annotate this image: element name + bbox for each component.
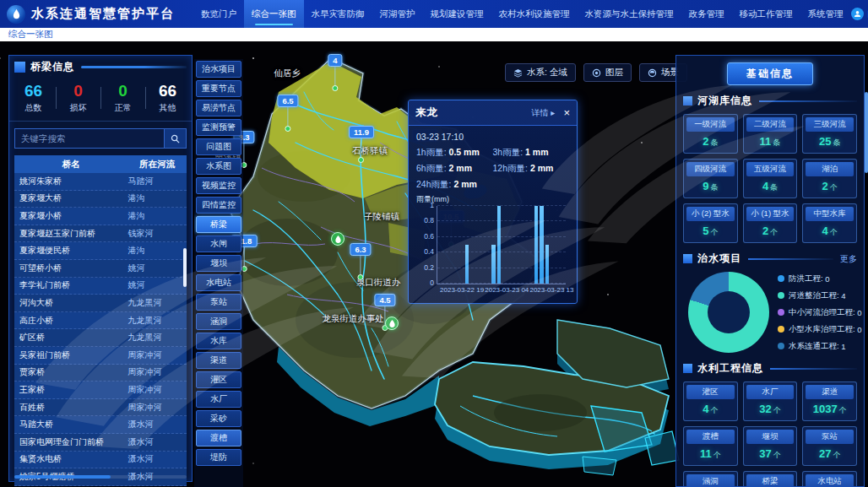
section-header-line: [748, 258, 833, 260]
layers-button[interactable]: 图层: [583, 63, 632, 82]
nav-item[interactable]: 河湖管护: [372, 0, 423, 28]
nav-item[interactable]: 水资源与水土保持管理: [578, 0, 681, 28]
table-row[interactable]: 马踏大桥 滠水河: [14, 416, 187, 434]
nav-item[interactable]: 规划建设管理: [423, 0, 491, 28]
nav-item-label: 水旱灾害防御: [312, 8, 365, 20]
bridge-stat: 0 损坏: [56, 82, 100, 114]
projects-legend: 防洪工程: 0 河道整治工程: 4 中小河流治理工程: 0: [778, 273, 862, 352]
stat-card-value: 1037: [813, 403, 838, 415]
layer-button[interactable]: 水系图: [196, 158, 241, 175]
layer-button[interactable]: 四情监控: [196, 197, 241, 214]
table-row[interactable]: 夏家堰便民桥 港沟: [14, 242, 187, 260]
horizontal-scroll-thumb[interactable]: [14, 475, 111, 479]
user-menu[interactable]: hlxt42080201 ▾: [851, 8, 868, 20]
layer-button[interactable]: 堤防: [196, 449, 241, 466]
table-row[interactable]: 夏家堰小桥 港沟: [14, 208, 187, 225]
breadcrumb-bar: 综合一张图: [0, 28, 868, 41]
table-row[interactable]: 夏家堰赵玉家门前桥 钱家河: [14, 225, 187, 243]
map-marker[interactable]: 6.5: [277, 92, 298, 132]
water-level-badge[interactable]: 6.5: [277, 95, 298, 107]
water-scope-button[interactable]: 水系: 全域: [505, 63, 576, 82]
nav-item-label: 综合一张图: [252, 8, 296, 20]
map-marker[interactable]: 6.3: [350, 241, 371, 280]
water-level-badge[interactable]: 4: [328, 54, 342, 67]
river-name-cell: 滠水河: [123, 419, 187, 430]
table-row[interactable]: 百姓桥 周家冲河: [14, 399, 187, 417]
layer-button[interactable]: 重要节点: [196, 80, 241, 97]
nav-item[interactable]: 综合一张图: [244, 0, 304, 28]
table-row[interactable]: 王家桥 周家冲河: [14, 381, 187, 399]
bridge-name-cell: 矿区桥: [14, 332, 123, 344]
table-row[interactable]: 可望桥小桥 姚河: [14, 260, 187, 278]
layer-button[interactable]: 视频监控: [196, 177, 241, 194]
table-row[interactable]: 姚河朱家桥 马踏河: [14, 173, 187, 191]
layer-button[interactable]: 灌区: [196, 371, 241, 388]
basic-info-button[interactable]: 基础信息: [727, 62, 813, 85]
layer-button[interactable]: 桥梁: [196, 216, 241, 233]
layer-button[interactable]: 泵站: [196, 294, 241, 311]
more-link[interactable]: 更多: [840, 253, 857, 265]
engineering-cards: 灌区 4个 水厂 32个 渠道 1037个 渡槽: [683, 381, 857, 487]
nav-item[interactable]: 数览门户: [193, 0, 244, 28]
close-icon[interactable]: ×: [563, 107, 570, 118]
table-row[interactable]: 集贤水电桥 滠水河: [14, 452, 187, 469]
layer-button[interactable]: 问题图: [196, 138, 241, 155]
search-input[interactable]: [15, 129, 164, 148]
stat-card-label: 泵站: [806, 430, 854, 444]
nav-item-label: 河湖管护: [380, 8, 415, 20]
nav-item[interactable]: 农村水利设施管理: [491, 0, 578, 28]
rain-xtick: 2023-03-23 04: [485, 286, 529, 294]
nav-item[interactable]: 系统管理: [800, 0, 851, 28]
stat-card-unit: 个: [713, 451, 721, 459]
search-button[interactable]: [164, 129, 186, 148]
right-panel-scrollbar[interactable]: [865, 92, 868, 173]
layer-button[interactable]: 堰坝: [196, 255, 241, 272]
water-level-badge[interactable]: 4.5: [374, 294, 395, 306]
layer-button[interactable]: 水闸: [196, 235, 241, 252]
stat-card: 泵站 27个: [802, 426, 857, 466]
layer-button[interactable]: 治水项目: [196, 61, 241, 78]
layer-button-label: 水厂: [210, 393, 227, 405]
nav-item[interactable]: 政务管理: [681, 0, 732, 28]
layer-strip: 治水项目 重要节点 易涝节点 监测预警 问题图 水系图 视频监控: [194, 59, 243, 487]
eco-marker[interactable]: [385, 317, 399, 330]
section-corner-icon: [683, 364, 692, 373]
column-header-river: 所在河流: [123, 159, 187, 170]
layer-button[interactable]: 易涝节点: [196, 100, 241, 116]
layer-button[interactable]: 渡槽: [196, 430, 241, 446]
layer-button[interactable]: 采砂: [196, 410, 241, 427]
bridge-name-cell: 夏家堰便民桥: [14, 245, 123, 257]
table-row[interactable]: 高庄小桥 九龙黑河: [14, 312, 187, 330]
map-marker[interactable]: 4: [328, 51, 342, 91]
stat-card-value: 11: [760, 135, 772, 148]
table-row[interactable]: 矿区桥 九龙黑河: [14, 329, 187, 347]
bridge-name-cell: 百姓桥: [14, 402, 123, 414]
eco-marker[interactable]: [331, 232, 344, 246]
layer-button[interactable]: 监测预警: [196, 119, 241, 136]
popup-detail-link[interactable]: 详情 ▸: [532, 107, 556, 119]
bridge-name-cell: 夏家堰赵玉家门前桥: [14, 228, 123, 240]
layer-button[interactable]: 涵洞: [196, 313, 241, 330]
bridge-name-cell: 国家电网理金门门前桥: [14, 436, 123, 448]
table-row[interactable]: 贾家桥 周家冲河: [14, 365, 187, 382]
layer-button[interactable]: 水电站: [196, 274, 241, 291]
layer-button[interactable]: 水库: [196, 333, 241, 349]
table-row[interactable]: 李学礼门前桥 姚河: [14, 278, 187, 295]
river-name-cell: 周家冲河: [123, 402, 187, 414]
table-row[interactable]: 夏家堰大桥 港沟: [14, 191, 187, 208]
table-row[interactable]: 吴家祖门前桥 周家冲河: [14, 347, 187, 365]
nav-item[interactable]: 移动工作管理: [732, 0, 800, 28]
water-level-badge[interactable]: 11.9: [349, 126, 374, 138]
nav-item[interactable]: 水旱灾害防御: [304, 0, 372, 28]
layer-button[interactable]: 渠道: [196, 352, 241, 369]
table-vertical-scrollbar[interactable]: [183, 248, 187, 287]
table-row[interactable]: 河沟大桥 九龙黑河: [14, 295, 187, 312]
breadcrumb[interactable]: 综合一张图: [8, 29, 53, 41]
water-level-badge[interactable]: 6.3: [350, 243, 371, 256]
map-marker[interactable]: 11.9: [349, 123, 374, 163]
bridge-name-cell: 贾家桥: [14, 366, 123, 378]
layer-button[interactable]: 水厂: [196, 391, 241, 408]
marker-dot: [285, 126, 291, 132]
table-row[interactable]: 国家电网理金门门前桥 滠水河: [14, 434, 187, 452]
stat-card-label: 渠道: [806, 385, 854, 399]
